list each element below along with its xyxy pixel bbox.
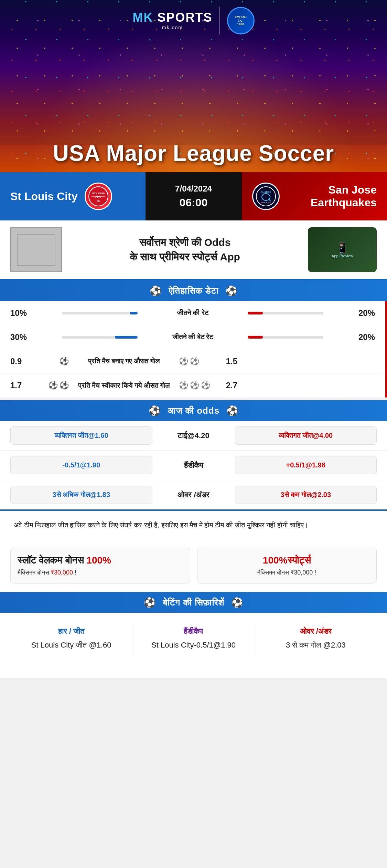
hero-players-art bbox=[0, 34, 387, 145]
match-center: 7/04/2024 06:00 bbox=[146, 172, 242, 220]
stat-label-goals-conceded: प्रति मैच स्वीकार किये गये औसत गोल bbox=[76, 382, 172, 390]
match-bar: St Louis City ST LOUIS CITY SC 7/04/2024… bbox=[0, 172, 387, 220]
reco-overunder-value: 3 से कम गोल @2.03 bbox=[262, 639, 370, 651]
promo-app-image: 📱 App Preview bbox=[308, 227, 377, 272]
stat-label-win-rate: जीतने की रेट bbox=[144, 309, 241, 317]
odds-row-handicap: -0.5/1@1.90 हैंडीकैप +0.5/1@1.98 bbox=[0, 451, 387, 480]
reco-handicap-title: हैंडीकैप bbox=[139, 627, 247, 636]
odds-under[interactable]: 3से कम गोल@2.03 bbox=[235, 486, 377, 504]
mk-logo: MK SPORTS mk.com bbox=[132, 11, 212, 30]
ball-icon-red-3: ⚽ bbox=[179, 381, 188, 390]
stat-right-goals-conceded: 2.7 bbox=[213, 381, 237, 390]
odds-title: आज की odds bbox=[168, 405, 220, 416]
home-team-section: St Louis City ST LOUIS CITY SC bbox=[0, 172, 146, 220]
promo-main-text: सर्वोत्तम श्रेणी की Oddsके साथ प्रीमियर … bbox=[69, 235, 301, 264]
bonus-sports-sub: मैक्सिमम बोनस ₹30,000 ! bbox=[204, 569, 370, 576]
analysis-content: अवे टीम फिलहाल जीत हासिल करने के लिए संघ… bbox=[14, 521, 308, 529]
bonus-slots-pct: 100% bbox=[86, 555, 111, 566]
ball-icon-red-1: ⚽ bbox=[179, 357, 188, 366]
bonus-section[interactable]: स्लॉट वेलकम बोनस 100% मैक्सिमम बोनस ₹30,… bbox=[0, 539, 387, 592]
hero-section: MK SPORTS mk.com EMPOLIF.C.1920 USA Majo… bbox=[0, 0, 387, 172]
analysis-text: अवे टीम फिलहाल जीत हासिल करने के लिए संघ… bbox=[0, 509, 387, 539]
ball-icon-blue-4: ⚽ bbox=[60, 381, 69, 390]
reco-row: हार / जीत St Louis City जीत @1.60 हैंडीक… bbox=[0, 613, 387, 664]
hero-logos: MK SPORTS mk.com EMPOLIF.C.1920 bbox=[132, 7, 254, 34]
stat-bar-left-win-rate bbox=[41, 312, 138, 314]
away-team-section: QUAKES SAN JOSE San Jose Earthquakes bbox=[242, 172, 387, 220]
match-date: 7/04/2024 bbox=[175, 184, 212, 194]
soccer-icon-right: ⚽ bbox=[225, 285, 237, 297]
reco-col-winloss: हार / जीत St Louis City जीत @1.60 bbox=[10, 623, 132, 654]
bar-track-right-1 bbox=[248, 312, 323, 314]
promo-banner[interactable]: सर्वोत्तम श्रेणी की Oddsके साथ प्रीमियर … bbox=[0, 220, 387, 280]
stat-right-bet-rate: 20% bbox=[351, 332, 375, 342]
odds-tie-label: टाई@4.20 bbox=[159, 431, 228, 440]
home-team-logo: ST LOUIS CITY SC bbox=[85, 183, 112, 210]
bar-track-left-1 bbox=[62, 312, 138, 314]
odds-handicap-home[interactable]: -0.5/1@1.90 bbox=[10, 456, 152, 474]
stat-bar-right-bet-rate bbox=[248, 336, 344, 339]
odds-overunder-label: ओवर /अंडर bbox=[159, 490, 228, 499]
away-team-name: San Jose Earthquakes bbox=[287, 184, 377, 209]
bonus-card-slots[interactable]: स्लॉट वेलकम बोनस 100% मैक्सिमम बोनस ₹30,… bbox=[10, 548, 190, 583]
soccer-icon-left: ⚽ bbox=[150, 285, 162, 297]
reco-title: बेटिंग की सिफ़ारिशें bbox=[163, 597, 224, 608]
reco-handicap-value: St Louis City-0.5/1@1.90 bbox=[139, 639, 247, 651]
recommendations-header: ⚽ बेटिंग की सिफ़ारिशें ⚽ bbox=[0, 592, 387, 613]
odds-soccer-icon-right: ⚽ bbox=[226, 405, 238, 416]
odds-over[interactable]: 3से अधिक गोल@1.83 bbox=[10, 486, 152, 504]
stat-bar-left-bet-rate bbox=[41, 336, 138, 339]
odds-handicap-label: हैंडीकैप bbox=[159, 461, 228, 470]
stat-left-goals-conceded: 1.7 bbox=[10, 381, 34, 390]
home-team-name: St Louis City bbox=[10, 190, 78, 203]
stat-right-goals-scored: 1.5 bbox=[213, 356, 237, 366]
odds-header: ⚽ आज की odds ⚽ bbox=[0, 400, 387, 421]
stat-row-goals-scored: 0.9 ⚽ प्रति मैच बनाए गए औसत गोल ⚽ ⚽ 1.5 bbox=[0, 349, 387, 373]
bar-fill-left-2 bbox=[115, 336, 138, 339]
stat-left-win-rate: 10% bbox=[10, 308, 34, 318]
bottom-space bbox=[0, 664, 387, 678]
historical-header: ⚽ ऐतिहासिक डेटा ⚽ bbox=[0, 280, 387, 301]
mk-domain: mk.com bbox=[132, 24, 212, 30]
bonus-card-sports[interactable]: 100%स्पोर्ट्स मैक्सिमम बोनस ₹30,000 ! bbox=[197, 548, 377, 583]
ball-icon-red-4: ⚽ bbox=[190, 381, 199, 390]
svg-text:QUAKES: QUAKES bbox=[261, 191, 271, 194]
odds-row-overunder: 3से अधिक गोल@1.83 ओवर /अंडर 3से कम गोल@2… bbox=[0, 480, 387, 509]
reco-col-handicap: हैंडीकैप St Louis City-0.5/1@1.90 bbox=[132, 623, 255, 654]
odds-handicap-away[interactable]: +0.5/1@1.98 bbox=[235, 456, 377, 474]
reco-soccer-icon-right: ⚽ bbox=[231, 597, 243, 608]
promo-image-placeholder bbox=[10, 227, 62, 272]
ball-icon-blue-1: ⚽ bbox=[60, 357, 69, 366]
odds-row-win: व्यक्तिगत जीत@1.60 टाई@4.20 व्यक्तिगत जी… bbox=[0, 421, 387, 451]
hero-title: USA Major League Soccer bbox=[0, 141, 387, 165]
reco-soccer-icon-left: ⚽ bbox=[144, 597, 156, 608]
historical-title: ऐतिहासिक डेटा bbox=[169, 286, 218, 296]
hero-title-area: USA Major League Soccer bbox=[0, 141, 387, 165]
reco-overunder-title: ओवर /अंडर bbox=[262, 627, 370, 636]
svg-text:SAN JOSE: SAN JOSE bbox=[261, 202, 271, 204]
odds-section: व्यक्तिगत जीत@1.60 टाई@4.20 व्यक्तिगत जी… bbox=[0, 421, 387, 509]
stat-icons-right-goals-scored: ⚽ ⚽ bbox=[179, 357, 206, 366]
bar-fill-right-2 bbox=[248, 336, 263, 339]
stat-icons-left-goals-conceded: ⚽ ⚽ bbox=[41, 381, 69, 390]
empoli-text: EMPOLIF.C.1920 bbox=[235, 15, 247, 26]
stat-label-goals-scored: प्रति मैच बनाए गए औसत गोल bbox=[76, 357, 172, 365]
odds-home-win[interactable]: व्यक्तिगत जीत@1.60 bbox=[10, 426, 152, 445]
promo-text: सर्वोत्तम श्रेणी की Oddsके साथ प्रीमियर … bbox=[69, 235, 301, 264]
reco-winloss-value: St Louis City जीत @1.60 bbox=[17, 639, 125, 651]
bonus-sports-title: 100%स्पोर्ट्स bbox=[204, 555, 370, 566]
stat-icons-left-goals-scored: ⚽ bbox=[41, 357, 69, 366]
ball-icon-red-2: ⚽ bbox=[190, 357, 199, 366]
odds-away-win[interactable]: व्यक्तिगत जीत@4.00 bbox=[235, 426, 377, 445]
away-team-logo: QUAKES SAN JOSE bbox=[252, 183, 280, 210]
stat-icons-right-goals-conceded: ⚽ ⚽ ⚽ bbox=[179, 381, 206, 390]
stat-label-bet-rate: जीतने की बेट रेट bbox=[144, 333, 241, 341]
bonus-slots-title: स्लॉट वेलकम बोनस 100% bbox=[18, 555, 183, 566]
bar-track-right-2 bbox=[248, 336, 323, 339]
bar-fill-right-1 bbox=[248, 312, 263, 314]
stat-left-bet-rate: 30% bbox=[10, 332, 34, 342]
stat-row-win-rate: 10% जीतने की रेट 20% bbox=[0, 301, 387, 325]
logo-divider bbox=[219, 7, 220, 34]
stat-row-goals-conceded: 1.7 ⚽ ⚽ प्रति मैच स्वीकार किये गये औसत ग… bbox=[0, 373, 387, 397]
historical-section: 10% जीतने की रेट 20% 30% जीतने की बेट रे… bbox=[0, 301, 387, 397]
